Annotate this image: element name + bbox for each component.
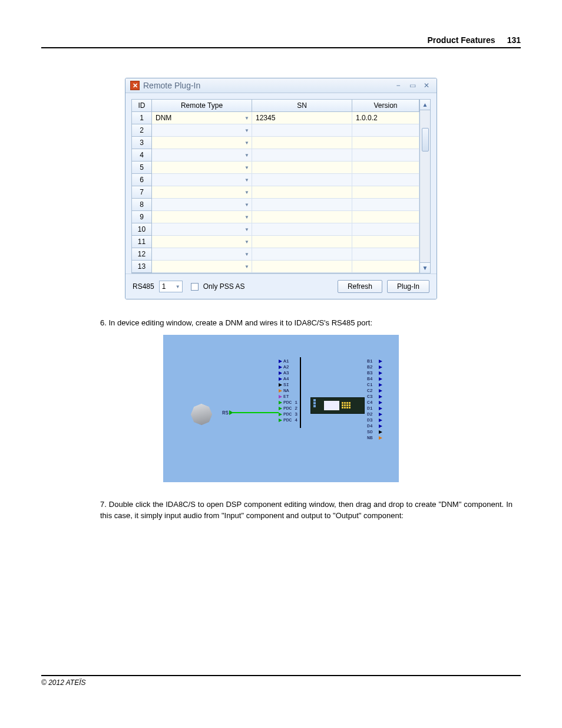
chevron-down-icon[interactable]: ▼ (244, 140, 249, 146)
cell-sn[interactable] (252, 149, 352, 162)
cell-sn[interactable] (252, 236, 352, 248)
chevron-down-icon[interactable]: ▼ (244, 116, 249, 121)
scroll-thumb[interactable] (422, 128, 429, 151)
chevron-down-icon[interactable]: ▼ (244, 252, 249, 257)
chevron-down-icon[interactable]: ▼ (244, 227, 249, 232)
cell-type[interactable]: ▼ (152, 137, 252, 149)
port-label: B1 (367, 358, 382, 364)
chevron-down-icon[interactable]: ▼ (244, 190, 249, 195)
table-row[interactable]: 2▼ (132, 124, 419, 137)
port-label: B3 (367, 370, 382, 376)
table-row[interactable]: 9▼ (132, 211, 419, 223)
col-type[interactable]: Remote Type (152, 100, 252, 112)
vertical-scrollbar[interactable]: ▲ ▼ (420, 99, 431, 274)
cell-id: 12 (132, 248, 152, 261)
plugin-button[interactable]: Plug-In (387, 280, 429, 293)
table-row[interactable]: 1DNM▼123451.0.0.2 (132, 112, 419, 124)
cell-sn[interactable] (252, 162, 352, 174)
cell-type[interactable]: ▼ (152, 261, 252, 273)
cell-sn[interactable] (252, 223, 352, 236)
refresh-button[interactable]: Refresh (338, 280, 382, 293)
rs485-label: RS485 (133, 282, 154, 291)
table-row[interactable]: 4▼ (132, 149, 419, 162)
cell-type[interactable]: ▼ (152, 186, 252, 199)
table-row[interactable]: 13▼ (132, 261, 419, 273)
cell-sn[interactable] (252, 186, 352, 199)
header-page-number: 131 (507, 35, 521, 45)
cell-version (352, 124, 419, 137)
port-label: B2 (367, 364, 382, 370)
col-sn[interactable]: SN (252, 100, 352, 112)
cell-type[interactable]: ▼ (152, 223, 252, 236)
port-label: PDC 3 (279, 411, 286, 417)
cell-type[interactable]: DNM▼ (152, 112, 252, 124)
port-label: C2 (367, 388, 382, 394)
minimize-button[interactable]: − (393, 81, 404, 90)
chevron-down-icon[interactable]: ▼ (244, 153, 249, 158)
cell-sn[interactable] (252, 199, 352, 211)
table-row[interactable]: 12▼ (132, 248, 419, 261)
cell-type[interactable]: ▼ (152, 199, 252, 211)
cell-type[interactable]: ▼ (152, 149, 252, 162)
port-label: D4 (367, 423, 382, 429)
table-row[interactable]: 7▼ (132, 186, 419, 199)
cell-type[interactable]: ▼ (152, 162, 252, 174)
chevron-down-icon[interactable]: ▼ (244, 202, 249, 207)
port-connector-icon (379, 436, 382, 440)
cell-version (352, 137, 419, 149)
cell-id: 11 (132, 236, 152, 248)
table-row[interactable]: 11▼ (132, 236, 419, 248)
cell-version (352, 236, 419, 248)
cell-type[interactable]: ▼ (152, 174, 252, 186)
table-row[interactable]: 10▼ (132, 223, 419, 236)
table-row[interactable]: 3▼ (132, 137, 419, 149)
chevron-down-icon[interactable]: ▼ (244, 239, 249, 245)
maximize-button[interactable]: ▭ (407, 81, 418, 90)
chevron-down-icon[interactable]: ▼ (244, 264, 249, 269)
chevron-down-icon[interactable]: ▼ (244, 165, 249, 170)
only-pss-checkbox[interactable] (191, 283, 199, 291)
cell-type[interactable]: ▼ (152, 236, 252, 248)
bottom-toolbar: RS485 1 ▼ Only PSS AS Refresh Plug-In (125, 274, 437, 299)
chevron-down-icon[interactable]: ▼ (244, 215, 249, 220)
port-connector-icon (279, 365, 282, 369)
cell-id: 3 (132, 137, 152, 149)
cell-sn[interactable] (252, 261, 352, 273)
port-connector-icon (379, 419, 382, 422)
table-row[interactable]: 6▼ (132, 174, 419, 186)
port-label: NB (367, 435, 382, 441)
chevron-down-icon[interactable]: ▼ (244, 177, 249, 183)
cell-sn[interactable] (252, 211, 352, 223)
port-label: PDC 4 (279, 417, 286, 423)
table-row[interactable]: 5▼ (132, 162, 419, 174)
cell-version: 1.0.0.2 (352, 112, 419, 124)
chevron-down-icon[interactable]: ▼ (244, 128, 249, 133)
col-id[interactable]: ID (132, 100, 152, 112)
cell-sn[interactable] (252, 124, 352, 137)
cell-type[interactable]: ▼ (152, 248, 252, 261)
chevron-down-icon[interactable]: ▼ (176, 284, 180, 289)
scroll-up-icon[interactable]: ▲ (420, 100, 430, 110)
page-footer: © 2012 ATEÏS (41, 675, 521, 687)
cell-sn[interactable] (252, 137, 352, 149)
col-version[interactable]: Version (352, 100, 419, 112)
cell-type[interactable]: ▼ (152, 124, 252, 137)
cell-sn[interactable]: 12345 (252, 112, 352, 124)
cell-type[interactable]: ▼ (152, 211, 252, 223)
port-label: A2 (279, 364, 286, 370)
cell-sn[interactable] (252, 174, 352, 186)
port-connector-icon (279, 413, 282, 416)
window-titlebar[interactable]: ✕ Remote Plug-In − ▭ ✕ (125, 78, 437, 93)
scroll-down-icon[interactable]: ▼ (420, 262, 430, 273)
port-connector-icon (279, 419, 282, 422)
rs485-select[interactable]: 1 ▼ (159, 281, 183, 292)
cell-version (352, 162, 419, 174)
step-7-text: 7. Double click the IDA8C/S to open DSP … (100, 499, 513, 522)
close-button[interactable]: ✕ (421, 81, 432, 90)
table-row[interactable]: 8▼ (132, 199, 419, 211)
port-label: D2 (367, 411, 382, 417)
cell-version (352, 186, 419, 199)
cell-version (352, 174, 419, 186)
port-connector-icon (279, 407, 282, 410)
cell-sn[interactable] (252, 248, 352, 261)
